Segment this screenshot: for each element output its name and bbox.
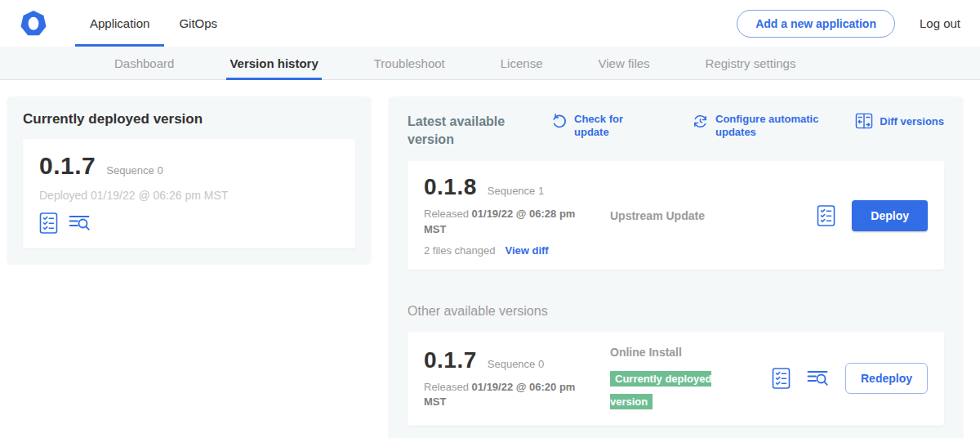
- subnav-license[interactable]: License: [501, 47, 543, 79]
- kots-logo-icon: [20, 10, 47, 38]
- deployed-version-row: 0.1.7 Sequence 0: [39, 152, 339, 180]
- version-source: Upstream Update: [610, 208, 817, 223]
- version-history-panel: Latest available version Check for updat…: [388, 96, 964, 438]
- files-changed-row: 2 files changed View diff: [424, 244, 610, 257]
- subnav-version-history[interactable]: Version history: [229, 47, 318, 79]
- preflight-checks-icon[interactable]: [772, 368, 791, 389]
- released-prefix: Released: [424, 208, 469, 220]
- subnav-dashboard[interactable]: Dashboard: [114, 47, 174, 79]
- files-changed-label: 2 files changed: [424, 244, 495, 257]
- app-header: Application GitOps Add a new application…: [0, 0, 980, 47]
- main-content: Currently deployed version 0.1.7 Sequenc…: [0, 80, 980, 438]
- refresh-icon: [551, 113, 568, 129]
- deployed-timestamp: Deployed 01/19/22 @ 06:26 pm MST: [39, 189, 339, 202]
- logout-link[interactable]: Log out: [920, 16, 960, 30]
- view-diff-link[interactable]: View diff: [505, 244, 548, 257]
- subnav-troubleshoot-label: Troubleshoot: [374, 56, 445, 70]
- diff-versions-label: Diff versions: [880, 115, 944, 127]
- sequence-label: Sequence 1: [488, 185, 544, 197]
- clock-refresh-icon: [692, 113, 709, 130]
- diff-versions-icon: [855, 113, 873, 129]
- released-timestamp: Released 01/19/22 @ 06:28 pm MST: [424, 207, 587, 238]
- check-for-update-label: Check for update: [574, 113, 633, 140]
- configure-automatic-updates-button[interactable]: Configure automatic updates: [692, 113, 830, 140]
- subnav-troubleshoot[interactable]: Troubleshoot: [374, 47, 445, 79]
- deployed-sequence-label: Sequence 0: [106, 164, 163, 177]
- version-actions: Deploy: [817, 200, 928, 231]
- tab-gitops[interactable]: GitOps: [164, 0, 232, 47]
- currently-deployed-card: Currently deployed version 0.1.7 Sequenc…: [7, 96, 372, 265]
- released-prefix: Released: [424, 381, 469, 393]
- deploy-logs-icon[interactable]: [807, 369, 829, 388]
- deployed-version-card: 0.1.7 Sequence 0 Deployed 01/19/22 @ 06:…: [23, 139, 355, 248]
- sequence-label: Sequence 0: [488, 358, 544, 370]
- source-label: Upstream Update: [610, 209, 705, 222]
- other-versions-heading: Other available versions: [408, 304, 944, 319]
- currently-deployed-title: Currently deployed version: [23, 111, 355, 127]
- subnav-view-files[interactable]: View files: [598, 47, 649, 79]
- check-for-update-button[interactable]: Check for update: [551, 113, 633, 140]
- version-info: 0.1.7 Sequence 0 Released 01/19/22 @ 06:…: [424, 347, 610, 411]
- tab-gitops-label: GitOps: [179, 16, 217, 30]
- subnav-view-files-label: View files: [598, 56, 649, 70]
- diff-versions-button[interactable]: Diff versions: [855, 113, 944, 129]
- app-subnav: Dashboard Version history Troubleshoot L…: [0, 47, 980, 80]
- header-right: Add a new application Log out: [737, 0, 960, 47]
- version-number: 0.1.7: [424, 347, 477, 373]
- subnav-version-history-label: Version history: [229, 56, 318, 70]
- deployed-actions: [39, 212, 339, 234]
- version-row-0-1-7: 0.1.7 Sequence 0 Released 01/19/22 @ 06:…: [408, 332, 944, 426]
- deployed-badge-wrap: Currently deployed version: [610, 367, 726, 413]
- redeploy-button[interactable]: Redeploy: [845, 363, 928, 394]
- currently-deployed-badge: Currently deployed version: [610, 371, 711, 409]
- subnav-registry-settings[interactable]: Registry settings: [706, 47, 796, 79]
- app-logo[interactable]: [20, 0, 47, 47]
- version-actions: Redeploy: [772, 363, 928, 394]
- tab-application-label: Application: [90, 16, 149, 30]
- version-info: 0.1.8 Sequence 1 Released 01/19/22 @ 06:…: [424, 174, 610, 257]
- configure-automatic-updates-label: Configure automatic updates: [715, 113, 830, 140]
- latest-version-header: Latest available version Check for updat…: [408, 113, 944, 148]
- preflight-checks-icon[interactable]: [817, 205, 835, 226]
- version-row-0-1-8: 0.1.8 Sequence 1 Released 01/19/22 @ 06:…: [408, 161, 944, 270]
- preflight-checks-icon[interactable]: [39, 212, 58, 234]
- deploy-button[interactable]: Deploy: [852, 200, 928, 231]
- latest-available-heading: Latest available version: [408, 113, 532, 148]
- subnav-registry-settings-label: Registry settings: [706, 56, 796, 70]
- released-timestamp: Released 01/19/22 @ 06:20 pm MST: [424, 380, 587, 411]
- subnav-dashboard-label: Dashboard: [114, 56, 174, 70]
- source-label: Online Install: [610, 346, 682, 359]
- deploy-logs-icon[interactable]: [69, 213, 91, 233]
- subnav-license-label: License: [501, 56, 543, 70]
- version-number-row: 0.1.7 Sequence 0: [424, 347, 610, 373]
- add-application-button[interactable]: Add a new application: [737, 10, 895, 38]
- version-source: Online Install Currently deployed versio…: [610, 345, 772, 413]
- deployed-version-number: 0.1.7: [39, 152, 96, 180]
- version-number-row: 0.1.8 Sequence 1: [424, 174, 610, 200]
- tab-application[interactable]: Application: [75, 0, 164, 47]
- update-actions: Check for update Configure automatic upd…: [551, 113, 830, 140]
- version-number: 0.1.8: [424, 174, 477, 200]
